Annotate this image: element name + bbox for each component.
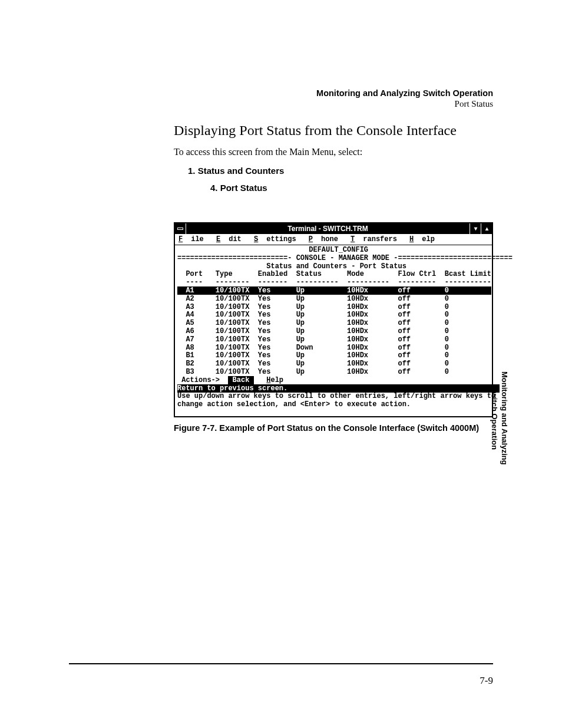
maximize-button[interactable]: ▴: [481, 223, 492, 234]
menu-file[interactable]: File: [178, 235, 204, 243]
window-title: Terminal - SWITCH.TRM: [186, 225, 470, 233]
action-help[interactable]: Help: [266, 376, 283, 384]
thumb-tab-line2: Switch Operation: [489, 387, 499, 450]
section-title: Port Status: [316, 99, 493, 109]
chapter-title: Monitoring and Analyzing Switch Operatio…: [316, 88, 493, 98]
nav-step-1: 1. Status and Counters: [188, 166, 493, 176]
terminal-body: DEFAULT_CONFIG =========================…: [175, 245, 492, 416]
minimize-button[interactable]: ▾: [470, 223, 481, 234]
page-number: 7-9: [480, 675, 493, 687]
action-back[interactable]: Back: [228, 376, 253, 384]
nav-step-2: 4. Port Status: [210, 183, 493, 193]
menu-edit[interactable]: Edit: [216, 235, 242, 243]
menu-phone[interactable]: Phone: [309, 235, 338, 243]
intro-paragraph: To access this screen from the Main Menu…: [174, 147, 493, 157]
footer-rule: [69, 663, 493, 664]
terminal-window: Terminal - SWITCH.TRM ▾ ▴ File Edit Sett…: [174, 222, 493, 417]
figure-caption: Figure 7-7. Example of Port Status on th…: [174, 423, 493, 433]
thumb-tab: Monitoring and Analyzing Switch Operatio…: [489, 371, 509, 465]
thumb-tab-line1: Monitoring and Analyzing: [499, 371, 509, 465]
window-titlebar: Terminal - SWITCH.TRM ▾ ▴: [175, 223, 492, 234]
menu-bar: File Edit Settings Phone Transfers Help: [175, 234, 492, 245]
running-header: Monitoring and Analyzing Switch Operatio…: [316, 88, 493, 109]
system-menu-icon[interactable]: [175, 223, 186, 234]
section-heading: Displaying Port Status from the Console …: [174, 123, 493, 139]
menu-help[interactable]: Help: [409, 235, 435, 243]
menu-transfers[interactable]: Transfers: [351, 235, 397, 243]
menu-settings[interactable]: Settings: [254, 235, 296, 243]
svg-rect-1: [178, 228, 183, 229]
